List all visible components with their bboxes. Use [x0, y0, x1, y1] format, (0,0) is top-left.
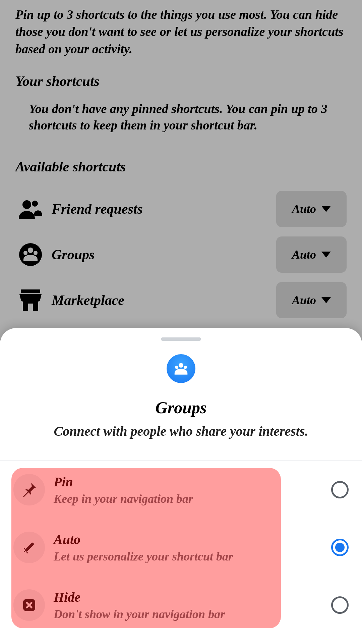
option-subtitle: Keep in your navigation bar: [54, 492, 331, 506]
svg-point-16: [26, 552, 28, 553]
option-auto[interactable]: Auto Let us personalize your shortcut ba…: [7, 519, 355, 576]
option-title: Auto: [54, 532, 331, 547]
option-subtitle: Let us personalize your shortcut bar: [54, 549, 331, 564]
option-subtitle: Don't show in your navigation bar: [54, 607, 331, 621]
sheet-title: Groups: [13, 398, 349, 417]
sheet-grabber[interactable]: [161, 337, 201, 341]
svg-point-11: [184, 366, 187, 369]
svg-point-15: [24, 548, 25, 549]
bottom-sheet: Groups Connect with people who share you…: [0, 328, 362, 644]
sheet-subtitle: Connect with people who share your inter…: [13, 423, 349, 439]
wand-icon: [13, 532, 45, 563]
close-square-icon: [13, 589, 45, 621]
option-pin[interactable]: Pin Keep in your navigation bar: [7, 461, 355, 519]
svg-rect-12: [24, 542, 35, 552]
option-hide[interactable]: Hide Don't show in your navigation bar: [7, 576, 355, 634]
groups-icon: [167, 354, 195, 383]
svg-point-9: [179, 363, 183, 368]
option-title: Pin: [54, 474, 331, 490]
pin-icon: [13, 474, 45, 505]
radio-unselected[interactable]: [331, 481, 349, 498]
svg-point-14: [26, 549, 27, 550]
radio-selected[interactable]: [331, 539, 349, 556]
svg-point-10: [175, 366, 178, 369]
radio-unselected[interactable]: [331, 596, 349, 614]
svg-point-13: [24, 551, 25, 552]
option-title: Hide: [54, 589, 331, 605]
